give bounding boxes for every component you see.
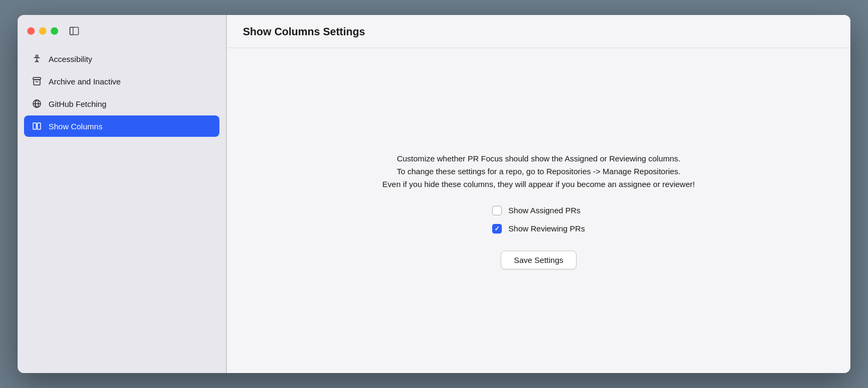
show-reviewing-prs-label: Show Reviewing PRs — [508, 224, 585, 233]
titlebar — [18, 15, 226, 43]
show-reviewing-prs-item[interactable]: Show Reviewing PRs — [492, 224, 585, 234]
svg-rect-7 — [33, 123, 36, 129]
sidebar-item-show-columns-label: Show Columns — [49, 122, 102, 131]
sidebar-toggle-button[interactable] — [68, 25, 81, 37]
globe-icon — [31, 98, 42, 109]
description-line-1: Customize whether PR Focus should show t… — [382, 152, 695, 165]
sidebar-nav: Accessibility Archive and Inactive — [18, 43, 226, 142]
description-text: Customize whether PR Focus should show t… — [382, 152, 695, 191]
sidebar: Accessibility Archive and Inactive — [18, 15, 226, 373]
minimize-button[interactable] — [39, 27, 46, 35]
sidebar-item-github-label: GitHub Fetching — [49, 99, 106, 108]
sidebar-item-accessibility-label: Accessibility — [49, 55, 92, 64]
show-reviewing-prs-checkbox[interactable] — [492, 224, 502, 234]
sidebar-item-show-columns[interactable]: Show Columns — [24, 115, 219, 137]
traffic-lights — [27, 27, 58, 35]
svg-point-2 — [36, 55, 38, 57]
accessibility-icon — [31, 53, 42, 64]
svg-rect-4 — [34, 80, 40, 85]
sidebar-item-accessibility[interactable]: Accessibility — [24, 48, 219, 69]
main-content: Show Columns Settings Customize whether … — [226, 15, 850, 373]
app-window: Accessibility Archive and Inactive — [18, 15, 850, 373]
checkbox-group: Show Assigned PRs Show Reviewing PRs — [492, 206, 585, 234]
main-header: Show Columns Settings — [227, 15, 850, 48]
main-body: Customize whether PR Focus should show t… — [227, 48, 850, 373]
sidebar-item-archive[interactable]: Archive and Inactive — [24, 71, 219, 92]
show-assigned-prs-checkbox[interactable] — [492, 206, 502, 215]
svg-rect-0 — [70, 27, 73, 35]
page-title: Show Columns Settings — [243, 26, 834, 38]
save-settings-button[interactable]: Save Settings — [501, 251, 577, 269]
close-button[interactable] — [27, 27, 35, 35]
sidebar-item-archive-label: Archive and Inactive — [49, 77, 121, 86]
description-line-2: To change these settings for a repo, go … — [382, 165, 695, 178]
svg-rect-1 — [70, 27, 78, 35]
maximize-button[interactable] — [51, 27, 58, 35]
archive-icon — [31, 76, 42, 87]
show-assigned-prs-item[interactable]: Show Assigned PRs — [492, 206, 585, 215]
description-line-3: Even if you hide these columns, they wil… — [382, 178, 695, 191]
window-layout: Accessibility Archive and Inactive — [18, 15, 850, 373]
sidebar-item-github[interactable]: GitHub Fetching — [24, 93, 219, 114]
svg-rect-8 — [37, 123, 41, 129]
show-assigned-prs-label: Show Assigned PRs — [508, 206, 580, 215]
columns-icon — [31, 121, 42, 131]
